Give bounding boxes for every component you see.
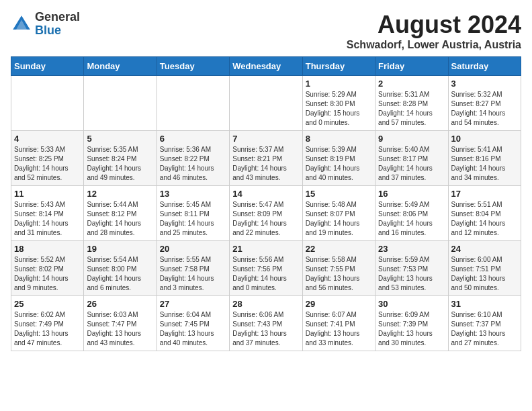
calendar-cell: 12Sunrise: 5:44 AM Sunset: 8:12 PM Dayli… [84, 186, 157, 241]
weekday-header-sunday: Sunday [11, 57, 84, 76]
day-detail: Sunrise: 5:35 AM Sunset: 8:24 PM Dayligh… [87, 145, 153, 183]
calendar-table: SundayMondayTuesdayWednesdayThursdayFrid… [11, 56, 521, 351]
day-number: 10 [451, 134, 518, 144]
day-detail: Sunrise: 5:48 AM Sunset: 8:07 PM Dayligh… [306, 200, 372, 238]
calendar-cell: 29Sunrise: 6:07 AM Sunset: 7:41 PM Dayli… [302, 296, 375, 351]
day-detail: Sunrise: 5:37 AM Sunset: 8:21 PM Dayligh… [232, 145, 299, 183]
day-number: 30 [378, 299, 445, 309]
day-number: 26 [87, 299, 153, 309]
day-detail: Sunrise: 5:58 AM Sunset: 7:55 PM Dayligh… [306, 255, 372, 293]
day-detail: Sunrise: 6:09 AM Sunset: 7:39 PM Dayligh… [378, 310, 445, 348]
day-detail: Sunrise: 5:56 AM Sunset: 7:56 PM Dayligh… [232, 255, 299, 293]
day-detail: Sunrise: 6:03 AM Sunset: 7:47 PM Dayligh… [87, 310, 153, 348]
calendar-header: SundayMondayTuesdayWednesdayThursdayFrid… [11, 57, 521, 76]
logo-general-text: General [35, 11, 80, 24]
calendar-cell [157, 76, 229, 131]
day-number: 9 [378, 134, 445, 144]
logo-blue-text: Blue [35, 24, 80, 38]
day-number: 29 [306, 299, 372, 309]
day-number: 15 [306, 189, 372, 199]
calendar-cell: 9Sunrise: 5:40 AM Sunset: 8:17 PM Daylig… [375, 131, 448, 186]
day-number: 22 [306, 244, 372, 254]
day-number: 2 [378, 79, 445, 89]
calendar-cell: 7Sunrise: 5:37 AM Sunset: 8:21 PM Daylig… [230, 131, 302, 186]
day-number: 31 [451, 299, 518, 309]
calendar-cell: 26Sunrise: 6:03 AM Sunset: 7:47 PM Dayli… [84, 296, 157, 351]
weekday-header-thursday: Thursday [302, 57, 375, 76]
calendar-cell: 2Sunrise: 5:31 AM Sunset: 8:28 PM Daylig… [375, 76, 448, 131]
calendar-cell: 24Sunrise: 6:00 AM Sunset: 7:51 PM Dayli… [448, 241, 521, 296]
day-detail: Sunrise: 5:33 AM Sunset: 8:25 PM Dayligh… [14, 145, 81, 183]
day-number: 5 [87, 134, 153, 144]
day-detail: Sunrise: 6:04 AM Sunset: 7:45 PM Dayligh… [160, 310, 226, 348]
day-detail: Sunrise: 5:29 AM Sunset: 8:30 PM Dayligh… [306, 90, 372, 128]
day-detail: Sunrise: 6:00 AM Sunset: 7:51 PM Dayligh… [451, 255, 518, 293]
calendar-cell: 4Sunrise: 5:33 AM Sunset: 8:25 PM Daylig… [11, 131, 84, 186]
day-detail: Sunrise: 5:55 AM Sunset: 7:58 PM Dayligh… [160, 255, 226, 293]
day-number: 28 [232, 299, 299, 309]
day-detail: Sunrise: 5:59 AM Sunset: 7:53 PM Dayligh… [378, 255, 445, 293]
day-detail: Sunrise: 5:52 AM Sunset: 8:02 PM Dayligh… [14, 255, 81, 293]
day-detail: Sunrise: 5:41 AM Sunset: 8:16 PM Dayligh… [451, 145, 518, 183]
day-number: 4 [14, 134, 81, 144]
calendar-cell: 14Sunrise: 5:47 AM Sunset: 8:09 PM Dayli… [230, 186, 302, 241]
calendar-week-3: 11Sunrise: 5:43 AM Sunset: 8:14 PM Dayli… [11, 186, 521, 241]
day-detail: Sunrise: 5:36 AM Sunset: 8:22 PM Dayligh… [160, 145, 226, 183]
day-number: 24 [451, 244, 518, 254]
calendar-cell: 1Sunrise: 5:29 AM Sunset: 8:30 PM Daylig… [302, 76, 375, 131]
day-detail: Sunrise: 5:31 AM Sunset: 8:28 PM Dayligh… [378, 90, 445, 128]
day-number: 23 [378, 244, 445, 254]
day-number: 14 [232, 189, 299, 199]
day-number: 18 [14, 244, 81, 254]
day-number: 11 [14, 189, 81, 199]
day-detail: Sunrise: 5:40 AM Sunset: 8:17 PM Dayligh… [378, 145, 445, 183]
calendar-cell [11, 76, 84, 131]
logo-icon [11, 13, 32, 35]
day-detail: Sunrise: 5:39 AM Sunset: 8:19 PM Dayligh… [306, 145, 372, 183]
calendar-cell: 31Sunrise: 6:10 AM Sunset: 7:37 PM Dayli… [448, 296, 521, 351]
weekday-header-tuesday: Tuesday [157, 57, 229, 76]
day-number: 3 [451, 79, 518, 89]
calendar-cell: 25Sunrise: 6:02 AM Sunset: 7:49 PM Dayli… [11, 296, 84, 351]
calendar-cell: 8Sunrise: 5:39 AM Sunset: 8:19 PM Daylig… [302, 131, 375, 186]
day-number: 6 [160, 134, 226, 144]
day-number: 12 [87, 189, 153, 199]
day-detail: Sunrise: 6:06 AM Sunset: 7:43 PM Dayligh… [232, 310, 299, 348]
calendar-cell: 16Sunrise: 5:49 AM Sunset: 8:06 PM Dayli… [375, 186, 448, 241]
day-detail: Sunrise: 5:32 AM Sunset: 8:27 PM Dayligh… [451, 90, 518, 128]
calendar-cell: 15Sunrise: 5:48 AM Sunset: 8:07 PM Dayli… [302, 186, 375, 241]
calendar-cell: 30Sunrise: 6:09 AM Sunset: 7:39 PM Dayli… [375, 296, 448, 351]
title-block: August 2024 Schwadorf, Lower Austria, Au… [347, 11, 521, 51]
main-title: August 2024 [347, 11, 521, 39]
calendar-cell: 5Sunrise: 5:35 AM Sunset: 8:24 PM Daylig… [84, 131, 157, 186]
day-number: 8 [306, 134, 372, 144]
calendar-cell: 11Sunrise: 5:43 AM Sunset: 8:14 PM Dayli… [11, 186, 84, 241]
calendar-cell: 28Sunrise: 6:06 AM Sunset: 7:43 PM Dayli… [230, 296, 302, 351]
calendar-week-1: 1Sunrise: 5:29 AM Sunset: 8:30 PM Daylig… [11, 76, 521, 131]
weekday-header-saturday: Saturday [448, 57, 521, 76]
calendar-cell: 27Sunrise: 6:04 AM Sunset: 7:45 PM Dayli… [157, 296, 229, 351]
day-detail: Sunrise: 5:54 AM Sunset: 8:00 PM Dayligh… [87, 255, 153, 293]
calendar-cell: 13Sunrise: 5:45 AM Sunset: 8:11 PM Dayli… [157, 186, 229, 241]
day-detail: Sunrise: 6:07 AM Sunset: 7:41 PM Dayligh… [306, 310, 372, 348]
day-number: 27 [160, 299, 226, 309]
day-number: 25 [14, 299, 81, 309]
day-detail: Sunrise: 5:49 AM Sunset: 8:06 PM Dayligh… [378, 200, 445, 238]
page-header: General Blue August 2024 Schwadorf, Lowe… [11, 11, 521, 51]
calendar-cell [84, 76, 157, 131]
day-number: 21 [232, 244, 299, 254]
calendar-body: 1Sunrise: 5:29 AM Sunset: 8:30 PM Daylig… [11, 76, 521, 351]
calendar-cell: 21Sunrise: 5:56 AM Sunset: 7:56 PM Dayli… [230, 241, 302, 296]
subtitle: Schwadorf, Lower Austria, Austria [347, 39, 521, 51]
calendar-cell: 17Sunrise: 5:51 AM Sunset: 8:04 PM Dayli… [448, 186, 521, 241]
calendar-cell: 19Sunrise: 5:54 AM Sunset: 8:00 PM Dayli… [84, 241, 157, 296]
calendar-cell: 6Sunrise: 5:36 AM Sunset: 8:22 PM Daylig… [157, 131, 229, 186]
day-number: 17 [451, 189, 518, 199]
calendar-week-2: 4Sunrise: 5:33 AM Sunset: 8:25 PM Daylig… [11, 131, 521, 186]
day-detail: Sunrise: 5:44 AM Sunset: 8:12 PM Dayligh… [87, 200, 153, 238]
day-number: 13 [160, 189, 226, 199]
day-number: 7 [232, 134, 299, 144]
calendar-week-4: 18Sunrise: 5:52 AM Sunset: 8:02 PM Dayli… [11, 241, 521, 296]
day-detail: Sunrise: 5:51 AM Sunset: 8:04 PM Dayligh… [451, 200, 518, 238]
day-detail: Sunrise: 6:02 AM Sunset: 7:49 PM Dayligh… [14, 310, 81, 348]
